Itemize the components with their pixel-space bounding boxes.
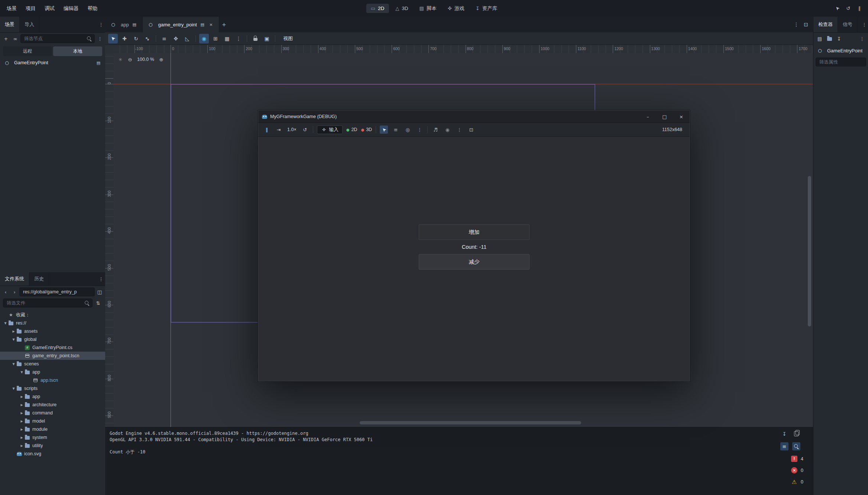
- workspace-tab[interactable]: △ 3D: [391, 4, 412, 13]
- tree-row[interactable]: ▶ command: [0, 409, 105, 417]
- path-input[interactable]: [22, 289, 92, 295]
- vertical-scrollbar[interactable]: [808, 176, 811, 326]
- minimize-button[interactable]: –: [639, 111, 656, 123]
- tree-row[interactable]: app.tscn: [0, 376, 105, 384]
- expand-arrow-icon[interactable]: ▼: [11, 338, 16, 341]
- nav-back-icon[interactable]: ‹: [1, 288, 10, 296]
- view-menu-button[interactable]: 视图: [279, 34, 297, 43]
- zoom-in-button[interactable]: ⊕: [157, 55, 165, 63]
- expand-arrow-icon[interactable]: ▶: [19, 428, 24, 431]
- tab-list-menu-icon[interactable]: ⋮: [791, 20, 801, 29]
- move-tool-icon[interactable]: ✚: [120, 34, 129, 43]
- tree-row[interactable]: ▼ scenes: [0, 360, 105, 368]
- tree-row[interactable]: ▶ model: [0, 417, 105, 425]
- mode-2d-toggle[interactable]: ● 2D: [346, 127, 357, 132]
- workspace-tab[interactable]: ✜ 游戏: [443, 3, 469, 14]
- menubar-menu[interactable]: 场景: [2, 0, 21, 17]
- audio-toggle[interactable]: ♬: [431, 126, 440, 134]
- scene-tab-game-entry-point[interactable]: game_entry_point ▤ ×: [143, 17, 219, 32]
- snap-indicator-icon[interactable]: ✳: [116, 55, 124, 63]
- tree-row[interactable]: icon.svg: [0, 450, 105, 458]
- snap-options-icon[interactable]: ⋮: [234, 34, 243, 43]
- tree-row[interactable]: ▼ app: [0, 368, 105, 376]
- game-menu-icon[interactable]: ⋮: [415, 126, 424, 134]
- new-resource-icon[interactable]: ▤: [816, 35, 824, 43]
- expand-arrow-icon[interactable]: ▶: [19, 420, 24, 423]
- camera-override-button[interactable]: ◉: [443, 126, 451, 134]
- group-icon[interactable]: ▣: [262, 34, 272, 43]
- tab-scene[interactable]: 场景: [0, 17, 20, 32]
- scene-filter-field[interactable]: [20, 34, 95, 43]
- select-mode-button[interactable]: ➤: [380, 126, 388, 134]
- expand-arrow-icon[interactable]: ▶: [19, 411, 24, 415]
- expand-panel-icon[interactable]: ⊡: [801, 20, 811, 29]
- reload-icon[interactable]: ↺: [844, 4, 852, 13]
- tab-script-icon[interactable]: ▤: [132, 22, 137, 27]
- save-resource-icon[interactable]: ↧: [835, 35, 843, 43]
- expand-arrow-icon[interactable]: ▼: [3, 322, 8, 325]
- tree-row[interactable]: ▶ assets: [0, 327, 105, 335]
- suspend-button[interactable]: ‖: [263, 126, 271, 134]
- tab-inspector[interactable]: 检查器: [813, 17, 838, 32]
- tree-row[interactable]: GameEntryPoint.cs: [0, 343, 105, 352]
- instance-scene-button[interactable]: ∞: [11, 35, 19, 43]
- menubar-menu[interactable]: 调试: [40, 0, 59, 17]
- ruler-tool-icon[interactable]: ◺: [182, 34, 192, 43]
- expand-arrow-icon[interactable]: ▶: [11, 330, 16, 333]
- scene-tree-menu-icon[interactable]: ⋮: [96, 35, 104, 43]
- tree-row[interactable]: ▼ global: [0, 335, 105, 343]
- file-filter-field[interactable]: [3, 299, 93, 307]
- pointer-icon[interactable]: ➤: [833, 4, 841, 13]
- scene-filter-input[interactable]: [23, 36, 85, 42]
- workspace-tab[interactable]: ↧ 资产库: [471, 3, 502, 14]
- nav-forward-icon[interactable]: ›: [10, 288, 19, 296]
- copy-icon[interactable]: [792, 430, 800, 438]
- tree-row[interactable]: game_entry_point.tscn: [0, 352, 105, 360]
- selectable-list-icon[interactable]: ≡: [159, 34, 169, 43]
- increase-button[interactable]: 增加: [419, 224, 529, 240]
- log-search-icon[interactable]: [792, 442, 800, 450]
- fullscreen-button[interactable]: ⊡: [467, 126, 475, 134]
- path-field[interactable]: [19, 287, 95, 296]
- expand-arrow-icon[interactable]: ▼: [11, 387, 16, 390]
- horizontal-scrollbar[interactable]: [360, 421, 581, 424]
- inspector-menu-icon[interactable]: ⋮: [860, 20, 868, 29]
- expand-arrow-icon[interactable]: ▼: [19, 371, 24, 374]
- menubar-menu[interactable]: 编辑器: [59, 0, 83, 17]
- tree-row[interactable]: ▼ scripts: [0, 384, 105, 393]
- expand-arrow-icon[interactable]: ▶: [19, 436, 24, 439]
- workspace-tab[interactable]: ▭ 2D: [366, 4, 389, 13]
- tab-script-icon[interactable]: ▤: [200, 22, 205, 27]
- input-mode-toggle[interactable]: ✜ 输入: [317, 126, 343, 134]
- workspace-tab[interactable]: ▤ 脚本: [415, 3, 441, 14]
- scene-tree-root-row[interactable]: GameEntryPoint ▤: [0, 58, 105, 67]
- tab-node-signals[interactable]: 信号: [838, 17, 858, 32]
- attached-script-icon[interactable]: ▤: [95, 60, 101, 66]
- game-window-titlebar[interactable]: MyGFrameworkGame (DEBUG) – □ ×: [258, 111, 690, 123]
- log-filter-icon[interactable]: ≡: [780, 442, 788, 450]
- tree-row[interactable]: 收藏：: [0, 311, 105, 319]
- expand-arrow-icon[interactable]: ▶: [19, 403, 24, 407]
- tree-row[interactable]: ▶ module: [0, 425, 105, 433]
- grid-snap-icon[interactable]: ⊞: [211, 34, 220, 43]
- next-frame-button[interactable]: ⇥: [275, 126, 283, 134]
- zoom-level[interactable]: 100.0 %: [136, 57, 156, 62]
- file-filter-input[interactable]: [6, 300, 82, 306]
- tree-row[interactable]: ▼ res://: [0, 319, 105, 327]
- zoom-out-button[interactable]: ⊖: [126, 55, 134, 63]
- sort-files-icon[interactable]: ⇅: [94, 299, 102, 307]
- smart-snap-icon[interactable]: ◉: [199, 34, 209, 43]
- maximize-button[interactable]: □: [656, 111, 673, 123]
- node-list-button[interactable]: ≡: [392, 126, 400, 134]
- new-tab-button[interactable]: +: [219, 20, 229, 29]
- menubar-menu[interactable]: 帮助: [83, 0, 102, 17]
- scene-tab-app[interactable]: app ▤: [105, 17, 143, 32]
- debugger-badge[interactable]: ! 4: [791, 456, 803, 462]
- tree-row[interactable]: ▶ architecture: [0, 401, 105, 409]
- grid-icon[interactable]: ▦: [222, 34, 232, 43]
- inspected-node-row[interactable]: GameEntryPoint: [813, 45, 868, 56]
- select-tool-icon[interactable]: ➤: [108, 34, 118, 43]
- tab-import[interactable]: 导入: [20, 17, 39, 32]
- scroll-to-end-icon[interactable]: ↧: [780, 430, 788, 438]
- inspector-filter-field[interactable]: [816, 58, 866, 66]
